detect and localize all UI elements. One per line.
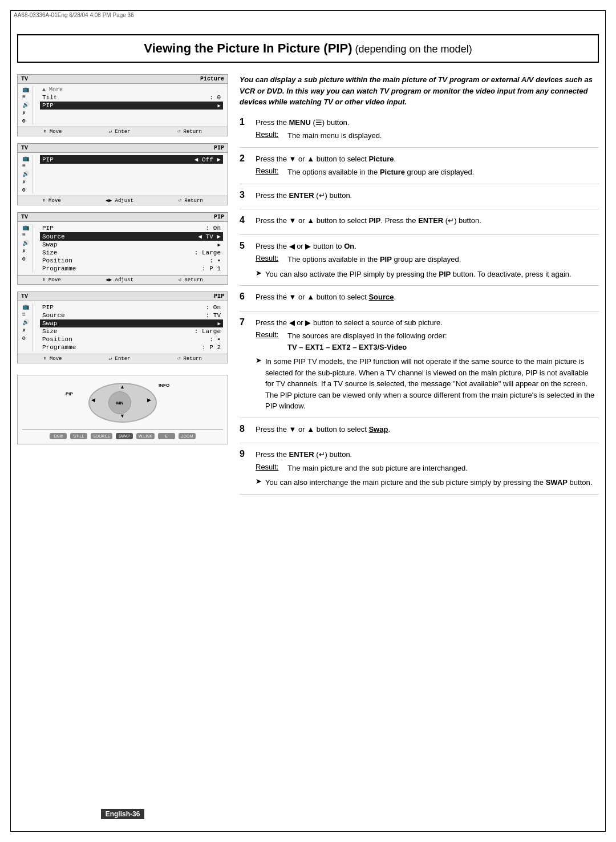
pip-label-4: PIP [42,304,206,311]
step-6-row: 6 Press the ▼ or ▲ button to select Sour… [240,292,599,305]
menu-row-more: ▲ More [40,86,223,94]
step-4: 4 Press the ▼ or ▲ button to select PIP.… [240,215,599,235]
step-5-note-arrow: ➤ [256,269,262,277]
menu-box-3-icon-col: 📺 ≡ 🔊 ✗ ⚙ [22,224,33,273]
icon-speaker-3: 🔊 [22,240,29,246]
step-9-instruction: Press the ENTER (↵) button. [256,449,599,460]
step-7-result: Result: The sources are displayed in the… [256,330,599,353]
step-3-instruction: Press the ENTER (↵) button. [256,190,599,201]
pip-value-3: : On [206,225,221,232]
footer-return-3: ⏎ Return [178,277,202,283]
two-col-layout: TV Picture 📺 ≡ 🔊 ✗ ⚙ [17,74,599,819]
tilt-value: : 0 [209,94,221,101]
menu-row-swap-4: Swap [40,319,223,327]
footer-return-2: ⏎ Return [178,197,202,204]
step-4-instruction: Press the ▼ or ▲ button to select PIP. P… [256,215,599,226]
step-9-note-text: You can also interchange the main pictur… [265,477,592,488]
nav-ring-center: MN [108,391,131,414]
menu-row-pip-3: PIP : On [40,224,223,232]
remote-btn-swap: SWAP [116,433,133,439]
step-2-num: 2 [240,153,249,164]
menu-box-3-header: TV PIP [18,213,228,222]
menu-row-position-4: Position : ▪ [40,335,223,343]
menu-row-pip-4: PIP : On [40,303,223,311]
menu-box-4-footer: ⬆ Move ↵ Enter ⏎ Return [18,354,228,363]
step-7-note-text: In some PIP TV models, the PIP function … [265,356,599,412]
step-9-result-label: Result: [256,463,283,474]
size-label-3: Size [42,249,194,256]
tilt-label: Tilt [42,94,209,101]
step-8-row: 8 Press the ▼ or ▲ button to select Swap… [240,424,599,438]
footer-move-4: ⬆ Move [43,355,62,362]
swap-btn: SWAP [116,433,133,439]
page-title-bold: Viewing the Picture In Picture (PIP) [144,41,352,55]
step-2-row: 2 Press the ▼ or ▲ button to select Pict… [240,153,599,178]
footer-return-1: ⏎ Return [177,128,202,135]
menu-row-pip: PIP [40,102,223,110]
menu-box-4-header: TV PIP [18,292,228,301]
footer-enter-1: ↵ Enter [109,128,131,135]
menu-row-programme-3: Programme : P 1 [40,265,223,273]
menu-box-4-icon-col: 📺 ≡ 🔊 ✗ ⚙ [22,303,33,351]
page-title-box: Viewing the Picture In Picture (PIP) (de… [17,34,599,63]
step-1-result-text: The main menu is displayed. [287,130,382,141]
menu-box-1: TV Picture 📺 ≡ 🔊 ✗ ⚙ [17,74,228,136]
step-9-content: Press the ENTER (↵) button. Result: The … [256,449,599,488]
page-border-left [10,10,11,832]
icon-speaker: 🔊 [22,102,29,108]
menu-box-4: TV PIP 📺 ≡ 🔊 ✗ ⚙ PI [17,292,228,363]
step-9: 9 Press the ENTER (↵) button. Result: Th… [240,449,599,495]
page-number-container: English-36 [17,796,228,819]
menu-box-2-header: TV PIP [18,144,228,153]
menu-box-1-header: TV Picture [18,75,228,84]
pip-value-2: ◀ Off ▶ [194,156,221,163]
nav-up: ▲ [120,384,125,390]
menu-box-1-rows: ▲ More Tilt : 0 PIP [40,86,223,124]
step-7-num: 7 [240,317,249,327]
menu-box-2-content: 📺 ≡ 🔊 ✗ ⚙ PIP ◀ Off ▶ [22,155,223,193]
footer-move-1: ⬆ Move [43,128,62,135]
pip-label-2: PIP [42,156,194,163]
position-value-4: : ▪ [209,336,221,343]
step-2: 2 Press the ▼ or ▲ button to select Pict… [240,153,599,184]
menu-box-2-icon-col: 📺 ≡ 🔊 ✗ ⚙ [22,155,33,193]
position-value-3: : ▪ [209,257,221,264]
menu-box-3-rows: PIP : On Source ◀ TV ▶ Swap [40,224,223,273]
step-4-num: 4 [240,215,249,225]
step-4-content: Press the ▼ or ▲ button to select PIP. P… [256,215,599,229]
menu-row-tilt: Tilt : 0 [40,94,223,102]
step-1-row: 1 Press the MENU (☰) button. Result: The… [240,117,599,141]
menu-box-1-icons-row: 📺 ≡ 🔊 ✗ ⚙ ▲ More Tilt : [22,86,223,124]
dnle-label: DNIe [54,434,63,438]
step-1-result-label: Result: [256,130,283,141]
icon-settings: ⚙ [22,118,29,124]
menu-box-2: TV PIP 📺 ≡ 🔊 ✗ ⚙ PI [17,143,228,205]
source-label-4: Source [42,312,206,319]
menu-box-1-footer: ⬆ Move ↵ Enter ⏎ Return [18,127,228,136]
step-1-result: Result: The main menu is displayed. [256,130,599,141]
footer-move-2: ⬆ Move [42,197,60,204]
icon-tv-3: 📺 [22,224,29,231]
menu-row-source-3: Source ◀ TV ▶ [40,232,223,241]
page-title: Viewing the Picture In Picture (PIP) (de… [30,41,586,56]
step-7-instruction: Press the ◀ or ▶ button to select a sour… [256,317,599,329]
icon-bars-4: ≡ [22,311,29,318]
menu-box-2-title: PIP [214,145,224,151]
step-7-result-label: Result: [256,330,283,353]
menu-box-3-body: 📺 ≡ 🔊 ✗ ⚙ PIP : On Sour [18,222,228,275]
footer-move-3: ⬆ Move [42,277,60,283]
step-8-instruction: Press the ▼ or ▲ button to select Swap. [256,424,599,435]
footer-enter-4: ↵ Enter [109,355,131,362]
step-6-instruction: Press the ▼ or ▲ button to select Source… [256,292,599,303]
page-border-right [605,10,606,832]
menu-row-swap-3: Swap [40,241,223,249]
nav-down: ▼ [120,413,125,419]
programme-value-4: : P 2 [202,344,221,351]
step-7: 7 Press the ◀ or ▶ button to select a so… [240,317,599,418]
remote-btn-still: STILL [70,433,87,439]
step-3-content: Press the ENTER (↵) button. [256,190,599,204]
swap-arrow-4 [218,320,221,327]
step-2-result: Result: The options available in the Pic… [256,167,599,178]
step-3: 3 Press the ENTER (↵) button. [240,190,599,210]
menu-box-1-icon-col: 📺 ≡ 🔊 ✗ ⚙ [22,86,33,124]
